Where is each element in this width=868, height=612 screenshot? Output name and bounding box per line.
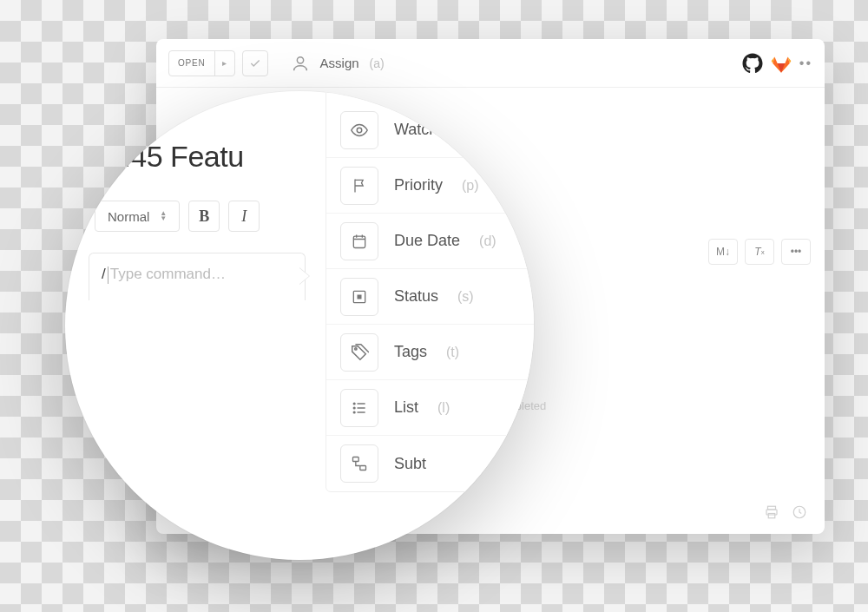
select-arrows-icon: ▲▼: [160, 211, 167, 221]
github-icon[interactable]: [742, 53, 763, 74]
svg-point-10: [353, 403, 355, 405]
editor-toolbar: M↓ Tx •••: [708, 239, 811, 265]
menu-item-status[interactable]: Status (s): [326, 269, 534, 325]
tag-icon: [340, 333, 378, 372]
clear-format-button[interactable]: Tx: [745, 239, 774, 265]
list-icon: [340, 389, 378, 427]
italic-button[interactable]: I: [228, 201, 260, 232]
menu-item-duedate[interactable]: Due Date (d): [326, 214, 534, 269]
assign-hint: (a): [370, 56, 385, 70]
bold-button[interactable]: B: [188, 201, 220, 232]
person-icon: [291, 54, 310, 73]
eye-icon: [340, 111, 378, 149]
square-icon: [340, 278, 378, 316]
text-style-label: Normal: [108, 209, 149, 224]
menu-item-list[interactable]: List (l): [326, 380, 534, 436]
assign-area[interactable]: Assign (a): [291, 54, 385, 73]
status-dropdown-icon[interactable]: ▸: [215, 58, 234, 68]
history-icon[interactable]: [792, 504, 807, 520]
svg-rect-8: [358, 294, 362, 299]
calendar-icon: [340, 222, 378, 260]
menu-item-tags[interactable]: Tags (t): [326, 325, 534, 380]
footer-icons: [764, 504, 807, 520]
svg-point-9: [355, 347, 357, 349]
flag-icon: [340, 167, 378, 205]
popover-caret-icon: [299, 267, 310, 285]
svg-rect-6: [353, 236, 365, 247]
svg-rect-17: [360, 466, 366, 471]
status-open-label: OPEN: [169, 51, 215, 76]
assign-label: Assign: [320, 56, 359, 70]
svg-point-12: [353, 411, 355, 413]
text-style-select[interactable]: Normal ▲▼: [95, 201, 180, 232]
svg-rect-3: [768, 514, 775, 518]
subtask-icon: [340, 444, 378, 483]
command-placeholder: Type command…: [110, 266, 226, 282]
more-menu-icon[interactable]: ••: [799, 56, 812, 71]
gitlab-icon[interactable]: [770, 52, 792, 75]
markdown-toggle-button[interactable]: M↓: [708, 239, 738, 265]
slash-prefix: /: [102, 266, 106, 282]
svg-rect-16: [353, 457, 359, 462]
complete-check-button[interactable]: [242, 50, 268, 76]
svg-point-0: [297, 56, 303, 63]
text-cursor: [108, 267, 108, 284]
status-open-button[interactable]: OPEN ▸: [168, 50, 235, 76]
command-input[interactable]: /Type command…: [89, 253, 306, 300]
top-bar: OPEN ▸ Assign (a) ••: [156, 39, 825, 88]
magnifier-lens: 1.45 Featu Normal ▲▼ B I /Type command… …: [65, 91, 534, 560]
format-row: Normal ▲▼ B I: [95, 201, 260, 232]
svg-point-11: [353, 407, 355, 409]
print-icon[interactable]: [764, 504, 779, 520]
more-format-button[interactable]: •••: [781, 239, 811, 265]
svg-point-5: [357, 128, 362, 133]
